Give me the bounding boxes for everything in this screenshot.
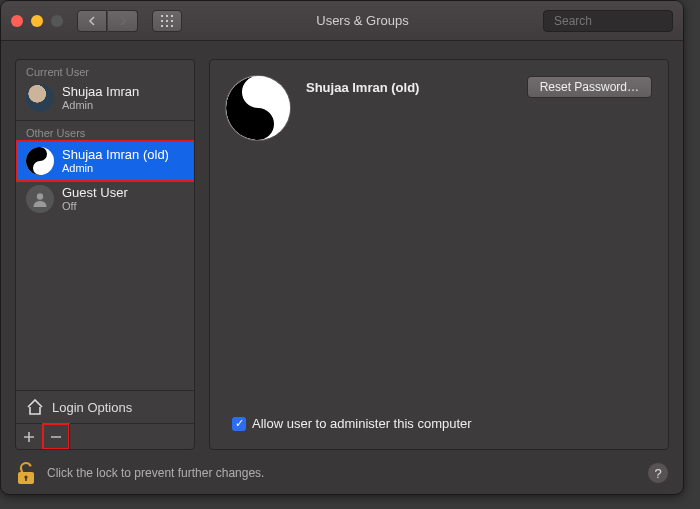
selected-user-name: Shujaa Imran (old) [306,76,511,95]
person-icon [31,190,49,208]
lock-text: Click the lock to prevent further change… [47,466,264,480]
search-input[interactable] [554,14,684,28]
traffic-lights [11,15,63,27]
maximize-window-button [51,15,63,27]
preferences-window: Users & Groups Current User Shujaa Imran… [0,0,684,495]
other-users-header: Other Users [16,121,194,141]
svg-rect-3 [161,20,163,22]
unlocked-lock-icon[interactable] [15,460,37,486]
other-user-row-selected[interactable]: Shujaa Imran (old) Admin [16,141,194,181]
remove-user-button[interactable] [43,424,69,449]
reset-password-button[interactable]: Reset Password… [527,76,652,98]
plus-icon [23,431,35,443]
svg-rect-2 [171,15,173,17]
avatar [26,84,54,112]
search-field[interactable] [543,10,673,32]
minus-icon [50,431,62,443]
titlebar: Users & Groups [1,1,683,41]
svg-rect-7 [166,25,168,27]
svg-rect-1 [166,15,168,17]
users-sidebar: Current User Shujaa Imran Admin Other Us… [15,59,195,450]
svg-rect-5 [171,20,173,22]
svg-rect-4 [166,20,168,22]
current-user-row[interactable]: Shujaa Imran Admin [16,80,194,120]
user-role: Admin [62,99,139,111]
login-options-label: Login Options [52,400,132,415]
avatar [26,185,54,213]
admin-checkbox-label: Allow user to administer this computer [252,416,472,431]
svg-point-11 [37,193,43,199]
help-button[interactable]: ? [647,462,669,484]
user-detail-panel: Shujaa Imran (old) Reset Password… ✓ All… [209,59,669,450]
close-window-button[interactable] [11,15,23,27]
user-role: Off [62,200,128,212]
user-name: Shujaa Imran (old) [62,148,169,162]
avatar [26,147,54,175]
lock-footer: Click the lock to prevent further change… [15,460,669,486]
user-role: Admin [62,162,169,174]
grid-view-button[interactable] [152,10,182,32]
admin-checkbox-row[interactable]: ✓ Allow user to administer this computer [232,416,472,431]
svg-rect-0 [161,15,163,17]
checkbox-checked-icon[interactable]: ✓ [232,417,246,431]
user-name: Guest User [62,186,128,200]
window-title: Users & Groups [182,13,543,28]
login-options-row[interactable]: Login Options [16,390,194,423]
svg-point-14 [253,119,263,129]
svg-rect-18 [25,477,27,481]
forward-button[interactable] [108,10,138,32]
add-remove-row [16,423,194,449]
minimize-window-button[interactable] [31,15,43,27]
home-icon [26,399,44,415]
user-name: Shujaa Imran [62,85,139,99]
user-avatar-large[interactable] [226,76,290,140]
svg-point-13 [253,87,263,97]
svg-rect-6 [161,25,163,27]
back-button[interactable] [77,10,107,32]
svg-rect-8 [171,25,173,27]
current-user-header: Current User [16,60,194,80]
add-user-button[interactable] [16,424,42,449]
other-user-row[interactable]: Guest User Off [16,181,194,221]
